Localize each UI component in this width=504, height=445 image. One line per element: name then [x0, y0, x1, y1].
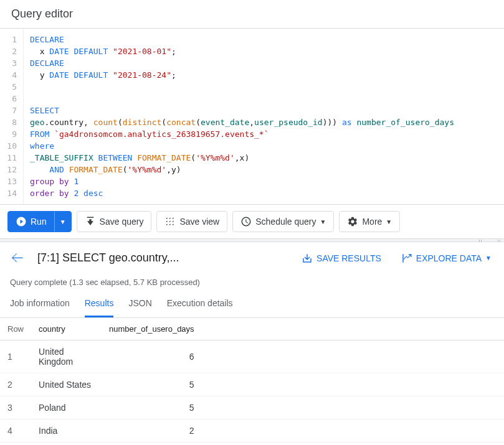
table-row[interactable]: 4India2	[0, 419, 504, 443]
save-results-button[interactable]: SAVE RESULTS	[297, 249, 386, 268]
cell-country: Poland	[31, 396, 102, 419]
back-button[interactable]: 🡠	[7, 248, 27, 268]
status-text: Query complete (1.3 sec elapsed, 5.7 KB …	[0, 274, 504, 291]
save-view-label: Save view	[179, 217, 219, 227]
save-view-button[interactable]: Save view	[156, 211, 227, 232]
cell-spacer	[202, 373, 504, 396]
download-icon	[85, 216, 96, 227]
save-query-button[interactable]: Save query	[77, 211, 152, 232]
breadcrumb: [7:1] SELECT geo.country,...	[37, 251, 287, 265]
cell-value: 6	[102, 340, 202, 373]
chart-icon	[401, 253, 412, 264]
chevron-down-icon: ▼	[485, 255, 492, 261]
table-row[interactable]: 2United States5	[0, 373, 504, 396]
toolbar: Run ▼ Save query Save view Schedule quer…	[0, 205, 504, 239]
schedule-label: Schedule query	[255, 217, 316, 227]
code-area[interactable]: DECLARE x DATE DEFAULT "2021-08-01";DECL…	[24, 29, 504, 204]
cell-country: United Kingdom	[31, 340, 102, 373]
cell-country: India	[31, 419, 102, 443]
cell-rownum: 4	[0, 419, 31, 443]
cell-value: 5	[102, 373, 202, 396]
col-country: country	[31, 318, 102, 340]
code-editor[interactable]: 1234567891011121314 DECLARE x DATE DEFAU…	[0, 29, 504, 205]
col-row: Row	[0, 318, 31, 340]
cell-spacer	[202, 396, 504, 419]
cell-rownum: 3	[0, 396, 31, 419]
chevron-down-icon: ▼	[386, 218, 392, 225]
cell-country: United States	[31, 373, 102, 396]
line-gutter: 1234567891011121314	[0, 29, 24, 204]
clock-icon	[240, 216, 252, 227]
play-icon	[16, 216, 27, 227]
cell-value: 2	[102, 419, 202, 443]
explore-data-button[interactable]: EXPLORE DATA ▼	[396, 249, 497, 268]
cell-spacer	[202, 340, 504, 373]
col-spacer	[202, 318, 504, 340]
results-table: Row country number_of_usero_days 1United…	[0, 318, 504, 443]
table-row[interactable]: 3Poland5	[0, 396, 504, 419]
resize-handle[interactable]	[0, 238, 504, 242]
cell-spacer	[202, 419, 504, 443]
tab-json[interactable]: JSON	[128, 291, 151, 317]
grid-icon	[164, 216, 176, 227]
cell-rownum: 1	[0, 340, 31, 373]
page-title: Query editor	[0, 0, 504, 29]
tab-execution-details[interactable]: Execution details	[167, 291, 233, 317]
save-icon	[302, 253, 313, 264]
run-label: Run	[31, 217, 47, 227]
gear-icon	[347, 216, 358, 227]
tab-results[interactable]: Results	[85, 291, 114, 317]
tab-job-information[interactable]: Job information	[10, 291, 70, 317]
chevron-down-icon: ▼	[320, 218, 326, 225]
cell-value: 5	[102, 396, 202, 419]
explore-data-label: EXPLORE DATA	[416, 253, 482, 263]
table-row[interactable]: 1United Kingdom6	[0, 340, 504, 373]
table-header-row: Row country number_of_usero_days	[0, 318, 504, 340]
results-tabs: Job information Results JSON Execution d…	[0, 291, 504, 318]
run-dropdown[interactable]: ▼	[54, 212, 71, 232]
more-button[interactable]: More ▼	[339, 211, 400, 232]
save-results-label: SAVE RESULTS	[316, 253, 381, 263]
run-button[interactable]: Run ▼	[7, 211, 72, 232]
schedule-query-button[interactable]: Schedule query ▼	[232, 211, 334, 232]
col-number: number_of_usero_days	[102, 318, 202, 340]
cell-rownum: 2	[0, 373, 31, 396]
save-query-label: Save query	[100, 217, 144, 227]
more-label: More	[362, 217, 382, 227]
results-header: 🡠 [7:1] SELECT geo.country,... SAVE RESU…	[0, 242, 504, 274]
